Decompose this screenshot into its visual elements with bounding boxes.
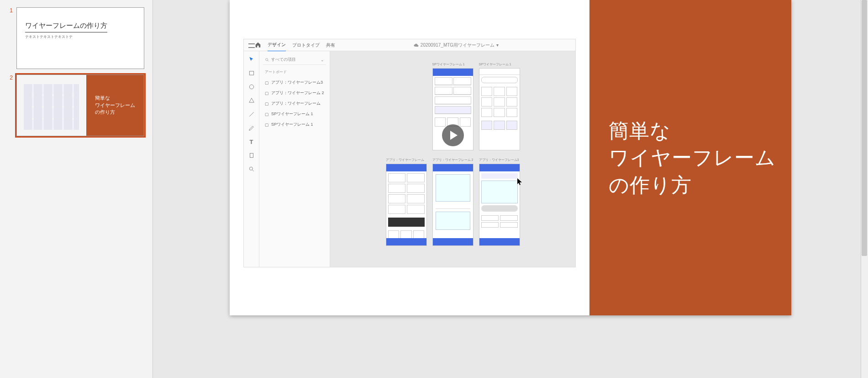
cursor-icon [517,178,523,186]
layer-label: アプリ：ワイヤーフレーム3 [271,80,323,85]
artboard-label: SPワイヤーフレーム 1 [432,62,473,67]
thumb2-preview-right: 簡単なワイヤーフレームの作り方 [86,75,144,136]
svg-rect-2 [250,153,253,157]
svg-point-3 [249,167,253,170]
chevron-down-icon: ▾ [496,43,499,48]
xd-search-label: すべての項目 [271,57,296,63]
line-tool-icon [248,111,255,118]
svg-rect-0 [249,71,253,75]
xd-body: T すべての項目 ⌄ アートボード ▢アプリ：ワイヤーフレーム3 ▢アプリ：ワイ… [244,51,575,267]
slide-thumbnail-panel: 1 ワイヤーフレームの作り方 テキストテキストテキストテ 2 簡単なワイヤーフレ… [0,0,153,378]
xd-filename-text: 20200917_MTG用ワイヤーフレーム [421,42,494,48]
thumbnail-slide-2-selected[interactable]: 簡単なワイヤーフレームの作り方 [16,75,144,136]
xd-section-label: アートボード [265,69,326,75]
artboard-icon: ▢ [265,112,269,117]
thumb2-text: 簡単なワイヤーフレームの作り方 [91,95,139,116]
slide-left-content[interactable]: デザイン プロトタイプ 共有 20200917_MTG用ワイヤーフレーム ▾ [230,0,589,315]
home-icon [255,42,261,49]
polygon-tool-icon [248,97,255,104]
artboard-icon: ▢ [265,91,269,96]
layer-item: ▢アプリ：ワイヤーフレーム 2 [263,88,326,98]
svg-point-4 [266,58,268,60]
thumb1-subtitle: テキストテキストテキストテ [25,34,136,39]
ellipse-tool-icon [248,83,255,91]
title-line-3: の作り方 [609,174,692,196]
slide-editor-area: デザイン プロトタイプ 共有 20200917_MTG用ワイヤーフレーム ▾ [153,0,868,378]
tab-design: デザイン [268,39,286,52]
tab-share: 共有 [326,39,335,51]
xd-layers-panel: すべての項目 ⌄ アートボード ▢アプリ：ワイヤーフレーム3 ▢アプリ：ワイヤー… [259,51,330,267]
layer-item: ▢SPワイヤーフレーム 1 [263,119,326,130]
select-tool-icon [248,56,255,63]
zoom-tool-icon [248,165,255,173]
artboard-tool-icon [248,152,255,159]
pen-tool-icon [248,124,255,132]
layer-item: ▢アプリ：ワイヤーフレーム [263,98,326,109]
title-line-1: 簡単な [609,119,671,142]
xd-filename: 20200917_MTG用ワイヤーフレーム ▾ [414,42,499,48]
artboard-sp2: SPワイヤーフレーム 1 [479,62,520,150]
artboard-app2: アプリ：ワイヤーフレーム 2 [432,158,473,246]
rectangle-tool-icon [248,69,255,77]
vertical-scrollbar[interactable] [861,0,868,378]
thumbnail-2[interactable]: 2 簡単なワイヤーフレームの作り方 [0,72,153,139]
artboard-icon: ▢ [265,122,269,127]
current-slide[interactable]: デザイン プロトタイプ 共有 20200917_MTG用ワイヤーフレーム ▾ [230,0,791,315]
artboard-label: アプリ：ワイヤーフレーム [386,158,427,162]
layer-item: ▢SPワイヤーフレーム 1 [263,109,326,119]
xd-topbar: デザイン プロトタイプ 共有 20200917_MTG用ワイヤーフレーム ▾ [244,39,575,51]
slide-title-panel[interactable]: 簡単な ワイヤーフレーム の作り方 [589,0,791,315]
layer-label: アプリ：ワイヤーフレーム [271,101,321,106]
artboard-label: アプリ：ワイヤーフレーム3 [479,158,520,162]
tab-prototype: プロトタイプ [292,39,320,51]
artboard-label: アプリ：ワイヤーフレーム 2 [432,158,473,162]
thumbnail-number: 2 [5,75,13,81]
xd-window-image: デザイン プロトタイプ 共有 20200917_MTG用ワイヤーフレーム ▾ [243,39,576,267]
scrollbar-thumb[interactable] [862,0,867,256]
chevron-down-icon: ⌄ [321,58,324,62]
play-icon [450,131,458,140]
thumb1-title: ワイヤーフレームの作り方 [25,21,107,32]
layer-label: SPワイヤーフレーム 1 [271,122,313,128]
thumbnail-1[interactable]: 1 ワイヤーフレームの作り方 テキストテキストテキストテ [0,5,153,72]
xd-tool-column: T [244,51,259,267]
artboard-icon: ▢ [265,101,269,106]
thumbnail-number: 1 [5,7,13,14]
layer-label: SPワイヤーフレーム 1 [271,111,313,117]
svg-point-1 [249,85,253,89]
thumbnail-slide-1[interactable]: ワイヤーフレームの作り方 テキストテキストテキストテ [16,7,144,69]
xd-search-row: すべての項目 ⌄ [263,55,326,65]
slide-title-text: 簡単な ワイヤーフレーム の作り方 [589,117,776,198]
artboard-app1: アプリ：ワイヤーフレーム [386,158,427,246]
text-tool-icon: T [248,138,255,145]
artboard-label: SPワイヤーフレーム 1 [479,62,520,67]
artboard-icon: ▢ [265,80,269,85]
layer-label: アプリ：ワイヤーフレーム 2 [271,90,324,96]
title-line-2: ワイヤーフレーム [609,146,776,169]
video-play-button[interactable] [442,124,464,146]
layer-item: ▢アプリ：ワイヤーフレーム3 [263,77,326,88]
thumb2-preview-left [17,75,86,136]
artboard-app3: アプリ：ワイヤーフレーム3 [479,158,520,246]
xd-canvas: SPワイヤーフレーム 1 SPワイヤーフレーム 1 アプリ：ワイヤーフレーム [330,51,575,267]
